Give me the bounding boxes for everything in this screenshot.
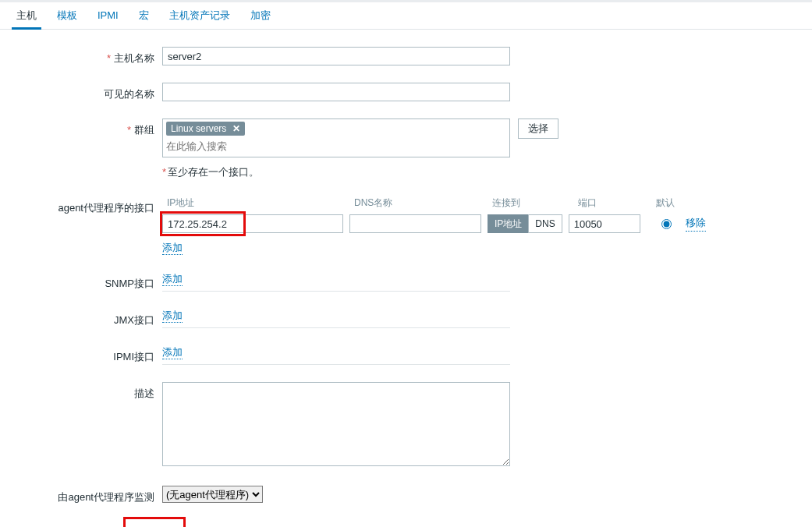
description-textarea[interactable]: [162, 382, 510, 466]
connect-to-segment: IP地址 DNS: [488, 214, 562, 233]
label-snmp-interface: SNMP接口: [12, 272, 162, 291]
tab-bar: 主机 模板 IPMI 宏 主机资产记录 加密: [0, 2, 812, 30]
visible-name-input[interactable]: [162, 83, 510, 101]
add-jmx-interface-link[interactable]: 添加: [162, 309, 183, 323]
label-visible-name: 可见的名称: [12, 83, 162, 101]
group-tag: Linux servers ✕: [166, 122, 245, 136]
label-description: 描述: [12, 382, 162, 401]
select-group-button[interactable]: 选择: [518, 118, 558, 139]
host-name-input[interactable]: [162, 47, 510, 65]
interface-header: IP地址 DNS名称 连接到 端口 默认: [162, 196, 706, 210]
groups-multiselect[interactable]: Linux servers ✕: [162, 118, 510, 157]
tab-template[interactable]: 模板: [52, 3, 82, 30]
tab-host[interactable]: 主机: [12, 3, 41, 30]
tab-ipmi[interactable]: IPMI: [93, 3, 123, 30]
monitored-by-select[interactable]: (无agent代理程序): [162, 486, 263, 503]
tab-inventory[interactable]: 主机资产记录: [165, 3, 235, 30]
label-ipmi-interface: IPMI接口: [12, 345, 162, 364]
label-host-name: *主机名称: [12, 47, 162, 65]
ip-address-input[interactable]: [162, 214, 343, 233]
label-monitored-by: 由agent代理程序监测: [12, 486, 162, 504]
interface-hint: *至少存在一个接口。: [162, 165, 510, 179]
add-agent-interface-link[interactable]: 添加: [162, 242, 183, 255]
connect-dns-button[interactable]: DNS: [528, 214, 562, 233]
label-groups: *群组: [12, 118, 162, 137]
label-agent-interface: agent代理程序的接口: [12, 196, 162, 215]
add-snmp-interface-link[interactable]: 添加: [162, 273, 183, 286]
label-jmx-interface: JMX接口: [12, 309, 162, 327]
add-ipmi-interface-link[interactable]: 添加: [162, 346, 183, 359]
label-enabled: 已启用: [12, 522, 162, 527]
remove-group-icon[interactable]: ✕: [232, 123, 240, 134]
connect-ip-button[interactable]: IP地址: [488, 214, 528, 233]
remove-interface-link[interactable]: 移除: [686, 216, 706, 232]
tab-macro[interactable]: 宏: [134, 3, 154, 30]
port-input[interactable]: [569, 214, 640, 233]
agent-interface-row: IP地址 DNS 移除: [162, 214, 706, 233]
group-search-input[interactable]: [166, 139, 506, 154]
tab-encryption[interactable]: 加密: [246, 3, 275, 30]
dns-name-input[interactable]: [349, 214, 481, 233]
default-interface-radio[interactable]: [661, 219, 672, 229]
